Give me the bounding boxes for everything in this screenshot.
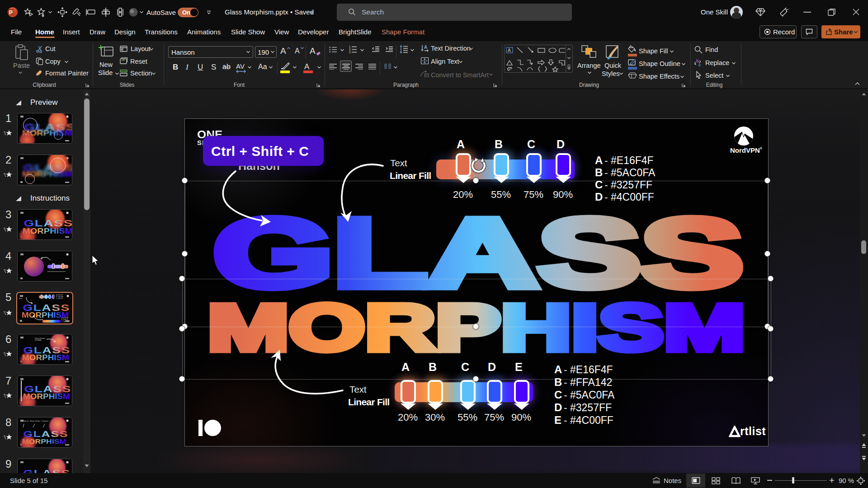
svg-text:GLASS: GLASS — [213, 206, 743, 298]
svg-text:c: c — [698, 63, 701, 67]
svg-text:A: A — [424, 45, 427, 50]
svg-text:A: A — [508, 48, 511, 53]
svg-text:P: P — [9, 9, 13, 16]
svg-text:3: 3 — [349, 51, 351, 53]
